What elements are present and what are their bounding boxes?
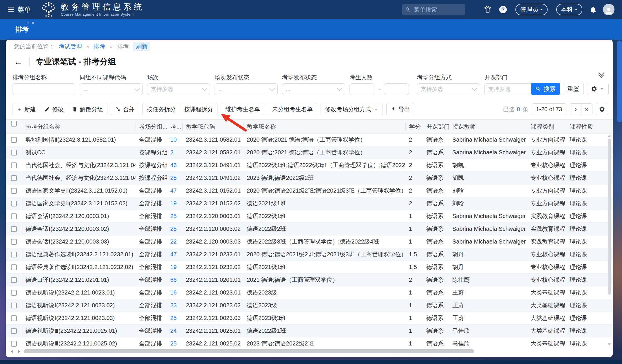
filter-text-input[interactable] [12,83,75,95]
toolbar-button-merge[interactable]: 合并 [111,103,139,115]
cell-count[interactable]: 25 [167,175,182,181]
menu-search-input[interactable] [413,6,462,13]
toolbar-button-new[interactable]: 新建 [12,103,40,115]
filter-range-min-input[interactable] [350,83,374,95]
toolbar-button-edit[interactable]: 修改 [40,103,68,115]
horizontal-scrollbar-thumb[interactable] [24,349,474,353]
filter-select[interactable]: ... [215,83,278,95]
cell-count[interactable]: 46 [167,162,182,169]
back-arrow-icon[interactable]: ← [14,57,23,66]
menu-search-box[interactable] [402,4,465,15]
cell-count[interactable]: 19 [167,200,182,207]
select-all-checkbox[interactable] [11,121,17,127]
cell-dept: 德语系 [423,149,449,156]
column-header-nature[interactable]: 课程性质 [566,122,595,131]
chevron-down-icon [472,86,477,91]
campus-dropdown[interactable]: 本科 [556,4,582,15]
cell-count[interactable]: 25 [167,213,182,220]
column-header-code[interactable]: 教学班代码 [182,122,243,131]
row-checkbox[interactable] [11,290,17,296]
table-horizontal-scrollbar[interactable] [9,348,610,355]
toolbar-button-ungrouped-student-list[interactable]: 未分组考生名单 [268,103,317,115]
tab-refresh-icon[interactable] [25,21,29,25]
tab-paikao[interactable]: 排考 [15,25,29,34]
last-page-button[interactable]: » [581,104,592,115]
toolbar-button-maintain-student-list[interactable]: 维护考生名单 [221,103,264,115]
column-header-class_name[interactable]: 教学班名称 [243,122,405,131]
row-checkbox[interactable] [11,137,17,143]
help-icon[interactable]: ? [499,6,507,13]
column-header-name[interactable]: 排考分组名称 [22,122,136,131]
row-checkbox[interactable] [11,162,17,168]
row-checkbox[interactable] [11,175,17,181]
row-checkbox[interactable] [11,341,17,347]
column-header-mode[interactable]: 考场分组... [136,122,167,131]
column-header-count[interactable]: 考... [167,122,182,131]
theme-shirt-icon[interactable] [484,6,492,14]
cell-count[interactable]: 2 [167,149,182,156]
next-page-button[interactable]: › [570,104,581,115]
column-header-category[interactable]: 课程类别 [527,122,566,131]
toolbar-button-dissolve-group[interactable]: 解散分组 [68,103,107,115]
row-checkbox[interactable] [11,213,17,219]
cell-count[interactable]: 19 [167,264,182,270]
scroll-left-icon[interactable] [11,350,13,353]
column-header-dept[interactable]: 开课部门 [423,122,449,131]
filter-settings-button[interactable] [587,83,609,95]
column-header-credit[interactable]: 学分 [405,122,423,131]
breadcrumb-link-exam-management[interactable]: 考试管理 [59,43,82,50]
filter-select[interactable]: ... [80,83,143,95]
cell-count[interactable]: 47 [167,251,182,258]
vertical-scrollbar-thumb[interactable] [608,138,611,295]
scroll-down-icon[interactable] [608,343,611,345]
row-checkbox[interactable] [11,239,17,245]
toolbar-button-split-by-course[interactable]: 按课程拆分 [180,103,217,115]
collapse-filters-icon[interactable] [599,71,603,77]
row-checkbox[interactable] [11,315,17,321]
pager-range[interactable]: 1-20 of 73 [532,103,566,115]
cell-count[interactable]: 25 [167,226,182,232]
row-checkbox[interactable] [11,188,17,194]
filter-select[interactable]: 支持多选 [147,83,210,95]
toolbar-button-modify-room-group-mode[interactable]: 修改考场分组方式 [321,103,383,115]
cell-teacher: Sabrina Michaela Schwaiger [449,238,527,245]
row-checkbox[interactable] [11,226,17,232]
scroll-right-icon[interactable] [18,350,20,353]
row-checkbox[interactable] [11,150,17,156]
table-settings-button[interactable] [596,103,608,115]
notification-bell-icon[interactable] [589,6,597,14]
user-avatar[interactable] [603,4,614,15]
role-dropdown[interactable]: 管理员 [515,4,548,15]
filter-select[interactable]: 支持多选 [417,83,480,95]
toolbar-button-export[interactable]: 导出 [387,103,414,115]
reset-button[interactable]: 重置 [563,83,584,95]
filter-range-max-input[interactable] [384,83,409,95]
row-checkbox[interactable] [11,201,17,206]
cell-count[interactable]: 25 [167,315,182,321]
cell-count[interactable]: 10 [167,136,182,143]
cell-count[interactable]: 23 [167,302,182,309]
row-checkbox[interactable] [11,303,17,308]
tab-close-icon[interactable]: × [32,21,34,25]
cell-count[interactable]: 47 [167,187,182,194]
toolbar-button-split-by-task[interactable]: 按任务拆分 [143,103,180,115]
table-vertical-scrollbar[interactable] [608,135,611,345]
search-button[interactable]: 搜索 [531,83,560,95]
cell-count[interactable]: 66 [167,277,182,283]
cell-count[interactable]: 24 [167,328,182,334]
column-header-teacher[interactable]: 授课教师 [449,122,527,131]
row-checkbox[interactable] [11,328,17,334]
row-checkbox[interactable] [11,277,17,283]
cell-count[interactable]: 16 [167,289,182,296]
cell-count[interactable]: 25 [167,340,182,347]
row-checkbox[interactable] [11,252,17,257]
cell-count[interactable]: 22 [167,238,182,245]
filter-select[interactable]: ... [282,83,345,95]
scroll-up-icon[interactable] [608,135,611,137]
toolbar-button-group: 修改考场分组方式 [321,103,383,115]
row-checkbox[interactable] [11,264,17,270]
breadcrumb-link-paikao[interactable]: 排考 [94,43,105,50]
menu-toggle[interactable]: 菜单 [8,5,31,14]
breadcrumb-refresh-button[interactable]: 刷新 [133,42,150,51]
page-scrollbar-thumb[interactable] [617,41,622,122]
